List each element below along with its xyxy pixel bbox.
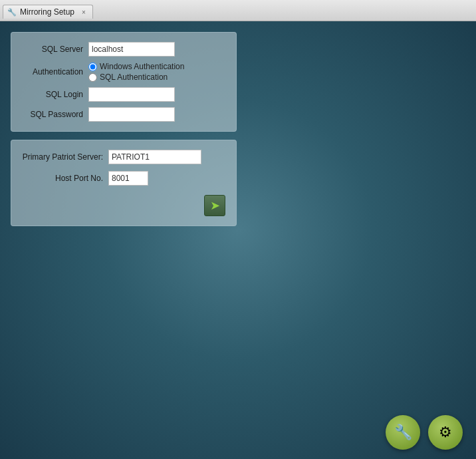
mirroring-setup-tab[interactable]: 🔧 Mirroring Setup × (3, 5, 93, 19)
windows-auth-label: Windows Authentication (100, 62, 184, 71)
windows-auth-option[interactable]: Windows Authentication (88, 62, 184, 71)
bottom-toolbar: 🔧 ⚙ (0, 406, 476, 459)
host-port-input[interactable] (108, 171, 148, 186)
next-button-row: ➤ (22, 192, 225, 216)
sql-login-row: SQL Login (22, 87, 225, 102)
sql-auth-label: SQL Authentication (100, 73, 168, 82)
tab-close-button[interactable]: × (80, 9, 87, 16)
sql-connection-panel: SQL Server Authentication Windows Authen… (11, 32, 237, 132)
sql-login-input[interactable] (88, 87, 175, 102)
windows-auth-radio[interactable] (88, 63, 97, 71)
sql-auth-option[interactable]: SQL Authentication (88, 73, 184, 82)
patriot-server-panel: Primary Patriot Server: Host Port No. ➤ (11, 140, 237, 226)
gear-icon: ⚙ (439, 424, 452, 441)
next-button[interactable]: ➤ (204, 195, 225, 216)
sql-server-row: SQL Server (22, 42, 225, 57)
main-content: SQL Server Authentication Windows Authen… (0, 21, 476, 237)
auth-radio-group: Windows Authentication SQL Authenticatio… (88, 62, 184, 82)
sql-auth-radio[interactable] (88, 73, 97, 82)
sql-server-label: SQL Server (22, 45, 88, 54)
sql-server-input[interactable] (88, 42, 175, 57)
primary-server-row: Primary Patriot Server: (22, 150, 225, 164)
tab-label: Mirroring Setup (20, 7, 74, 17)
host-port-label: Host Port No. (22, 174, 108, 183)
sql-password-input[interactable] (88, 107, 175, 122)
authentication-label: Authentication (22, 67, 88, 76)
next-arrow-icon: ➤ (210, 200, 220, 212)
primary-server-label: Primary Patriot Server: (22, 152, 108, 162)
host-port-row: Host Port No. (22, 171, 225, 186)
sql-password-row: SQL Password (22, 107, 225, 122)
primary-server-input[interactable] (108, 150, 201, 164)
wrench-tool-button[interactable]: 🔧 (386, 415, 420, 450)
gear-tool-button[interactable]: ⚙ (428, 415, 463, 450)
authentication-row: Authentication Windows Authentication SQ… (22, 62, 225, 82)
wrench-tab-icon: 🔧 (7, 8, 17, 17)
sql-login-label: SQL Login (22, 90, 88, 99)
tab-bar: 🔧 Mirroring Setup × (0, 0, 476, 21)
wrench-icon: 🔧 (394, 424, 412, 441)
sql-password-label: SQL Password (22, 110, 88, 119)
